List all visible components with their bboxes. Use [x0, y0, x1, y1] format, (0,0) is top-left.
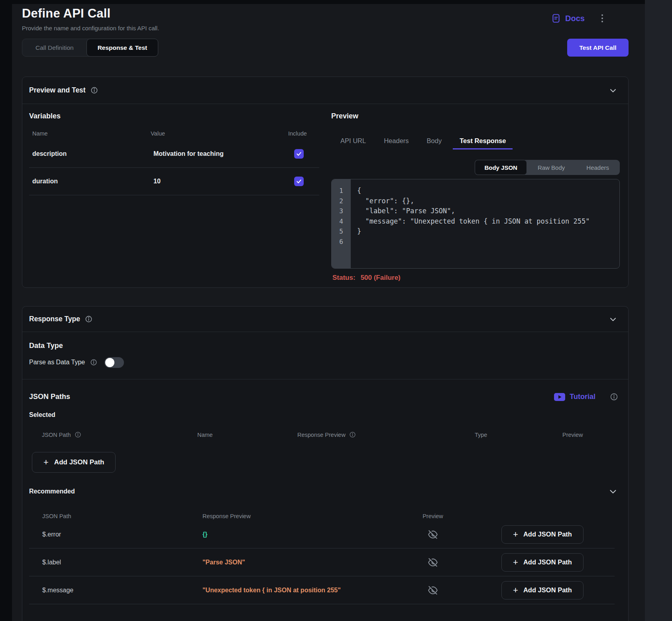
add-json-path-button[interactable]: + Add JSON Path	[501, 525, 584, 544]
data-type-section: Data Type Parse as Data Type	[22, 332, 628, 368]
parse-as-data-type-toggle[interactable]	[104, 357, 124, 368]
tab-test-response[interactable]: Test Response	[453, 137, 513, 149]
editor-line-numbers: 1 2 3 4 5 6	[332, 179, 351, 268]
response-preview-value: {}	[202, 531, 397, 538]
preview-eye-off-icon[interactable]	[397, 585, 469, 595]
response-type-title: Response Type	[29, 315, 80, 323]
segment-body-json[interactable]: Body JSON	[475, 160, 527, 175]
json-path-value: $.label	[42, 559, 202, 566]
recommended-row: $.message "Unexpected token { in JSON at…	[22, 576, 628, 604]
row-divider	[29, 604, 615, 604]
info-icon[interactable]	[349, 431, 356, 438]
column-name: Name	[197, 432, 297, 438]
column-json-path: JSON Path	[42, 432, 71, 438]
add-json-path-button[interactable]: + Add JSON Path	[501, 553, 584, 572]
segment-headers[interactable]: Headers	[576, 160, 620, 175]
page-title: Define API Call	[22, 6, 110, 21]
status-value: 500 (Failure)	[361, 274, 401, 282]
response-preview-value: "Parse JSON"	[202, 559, 397, 566]
variable-value[interactable]: Motivation for teaching	[151, 150, 288, 157]
response-type-card: Response Type Data Type Parse as Data Ty…	[22, 306, 629, 621]
preview-title: Preview	[331, 112, 620, 120]
recommended-rows: $.error {} + Add JSON Path $	[22, 521, 628, 604]
definition-tabs: Call Definition Response & Test	[22, 39, 158, 57]
recommended-row: $.label "Parse JSON" + Add JSON Path	[22, 548, 628, 576]
preview-and-test-header: Preview and Test	[22, 77, 628, 104]
variables-title: Variables	[29, 112, 319, 120]
plus-icon: +	[513, 558, 518, 567]
response-status: Status: 500 (Failure)	[332, 274, 620, 282]
toggle-knob	[105, 358, 114, 367]
variables-section: Variables Name Value Include description…	[29, 112, 319, 195]
parse-as-data-type-label: Parse as Data Type	[29, 359, 85, 366]
docs-link[interactable]: Docs	[551, 13, 585, 24]
column-response-preview: Response Preview	[297, 432, 346, 438]
plus-icon: +	[43, 458, 49, 467]
preview-and-test-title: Preview and Test	[29, 86, 86, 94]
tutorial-label: Tutorial	[570, 393, 595, 401]
editor-code: { "error": {}, "label": "Parse JSON", "m…	[351, 179, 589, 268]
response-view-segmented-control: Body JSON Raw Body Headers	[475, 160, 620, 175]
column-response-preview: Response Preview	[202, 513, 397, 519]
variable-name: description	[29, 150, 151, 157]
tab-call-definition[interactable]: Call Definition	[22, 39, 87, 56]
info-icon[interactable]	[75, 431, 81, 438]
json-paths-section: JSON Paths Tutorial Selected JSON Path	[22, 379, 628, 604]
data-type-title: Data Type	[29, 342, 621, 350]
response-json-editor[interactable]: 1 2 3 4 5 6 { "error": {}, "label": "Par…	[331, 179, 620, 269]
status-label: Status:	[332, 274, 356, 282]
column-type: Type	[475, 432, 562, 438]
preview-section: Preview API URL Headers Body Test Respon…	[331, 112, 620, 282]
include-checkbox[interactable]	[294, 177, 304, 186]
info-icon[interactable]	[610, 393, 618, 401]
tab-response-and-test[interactable]: Response & Test	[86, 39, 159, 57]
selected-label: Selected	[29, 411, 628, 419]
document-icon	[551, 13, 561, 24]
preview-eye-off-icon[interactable]	[397, 529, 469, 540]
page: { "colors": { "accent": "#5145e5", "purp…	[0, 0, 672, 621]
include-checkbox[interactable]	[294, 149, 304, 159]
header-actions: Docs	[551, 10, 605, 27]
tab-headers[interactable]: Headers	[384, 137, 409, 149]
test-api-call-button[interactable]: Test API Call	[567, 39, 629, 57]
tab-body[interactable]: Body	[427, 137, 442, 149]
collapse-chevron-icon[interactable]	[608, 86, 618, 95]
column-preview: Preview	[562, 432, 628, 438]
json-path-value: $.message	[42, 587, 202, 594]
recommended-header-row: Recommended	[29, 486, 618, 497]
recommended-table-header: JSON Path Response Preview Preview	[22, 513, 628, 519]
preview-tabs: API URL Headers Body Test Response	[340, 137, 620, 149]
preview-eye-off-icon[interactable]	[397, 557, 469, 568]
variables-table-header: Name Value Include	[29, 127, 319, 140]
json-paths-header: JSON Paths Tutorial	[22, 379, 628, 401]
define-api-call-panel: Define API Call Provide the name and con…	[12, 4, 645, 621]
preview-and-test-card: Preview and Test Variables Name Value In…	[22, 77, 629, 288]
variable-value[interactable]: 10	[151, 178, 288, 185]
recommended-label: Recommended	[29, 488, 75, 495]
page-subtitle: Provide the name and configuration for t…	[22, 25, 159, 31]
column-value: Value	[151, 130, 288, 137]
response-preview-value: "Unexpected token { in JSON at position …	[202, 587, 397, 594]
info-icon[interactable]	[90, 86, 98, 94]
kebab-menu-icon[interactable]	[599, 12, 606, 25]
youtube-play-icon	[554, 393, 565, 401]
info-icon[interactable]	[90, 359, 97, 366]
plus-icon: +	[513, 530, 518, 539]
variable-row: description Motivation for teaching	[29, 140, 319, 168]
tutorial-link[interactable]: Tutorial	[554, 393, 595, 401]
tab-api-url[interactable]: API URL	[340, 137, 366, 149]
docs-label: Docs	[565, 14, 585, 23]
collapse-chevron-icon[interactable]	[608, 314, 618, 324]
segment-raw-body[interactable]: Raw Body	[527, 160, 576, 175]
info-icon[interactable]	[85, 315, 92, 323]
column-preview: Preview	[397, 513, 469, 519]
add-json-path-button[interactable]: + Add JSON Path	[501, 581, 584, 599]
collapse-chevron-icon[interactable]	[608, 486, 618, 497]
parse-as-data-type-row: Parse as Data Type	[29, 357, 621, 368]
column-include: Include	[288, 130, 319, 137]
recommended-row: $.error {} + Add JSON Path	[22, 521, 628, 548]
response-type-header: Response Type	[22, 307, 628, 332]
add-json-path-button[interactable]: + Add JSON Path	[32, 452, 116, 473]
plus-icon: +	[513, 586, 518, 595]
variable-name: duration	[29, 178, 151, 185]
